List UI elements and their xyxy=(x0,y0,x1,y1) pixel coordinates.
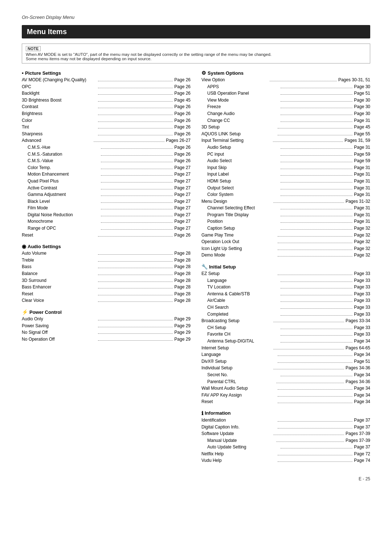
item-page: Page 33 xyxy=(354,277,370,284)
item-page: Page 31 xyxy=(354,144,370,151)
item-dots xyxy=(278,451,352,455)
item-dots xyxy=(281,225,352,230)
menu-item: Vudu HelpPage 74 xyxy=(201,457,370,464)
item-label: AQUOS LINK Setup xyxy=(201,131,276,138)
menu-item: FAV APP Key AssignPage 34 xyxy=(201,392,370,399)
item-dots xyxy=(98,316,173,320)
item-dots xyxy=(98,117,173,122)
item-label: Vudu Help xyxy=(201,457,276,464)
menu-item: TV LocationPage 33 xyxy=(201,284,370,291)
menu-item: DivX® SetupPage 51 xyxy=(201,358,370,365)
item-dots xyxy=(278,385,352,390)
menu-item: Air/CablePage 33 xyxy=(201,297,370,304)
item-page: Page 28 xyxy=(174,263,191,270)
menu-item: Software UpdatePages 37-39 xyxy=(201,430,370,437)
item-page: Page 29 xyxy=(174,323,191,329)
item-dots xyxy=(281,151,352,156)
item-page: Page 33 xyxy=(354,270,370,277)
group-title-picture-settings: ▪Picture Settings xyxy=(22,70,191,76)
item-label: Monochrome xyxy=(28,218,99,225)
item-dots xyxy=(273,137,343,142)
item-page: Page 26 xyxy=(174,124,191,131)
menu-group-information: ℹInformationIdentificationPage 37Digital… xyxy=(201,410,370,464)
item-label: DivX® Setup xyxy=(201,358,276,365)
item-dots xyxy=(278,238,352,243)
item-label: HDMI Setup xyxy=(207,178,279,185)
picture-settings-icon: ▪ xyxy=(22,70,24,76)
item-page: Page 33 xyxy=(354,311,370,318)
item-dots xyxy=(94,137,164,142)
item-label: Auto Volume xyxy=(22,250,97,257)
item-label: Wall Mount Audio Setup xyxy=(201,385,276,392)
menu-item: ResetPage 26 xyxy=(22,232,191,239)
item-page: Page 33 xyxy=(354,331,370,338)
item-label: Language xyxy=(207,277,279,284)
item-page: Page 31 xyxy=(354,185,370,192)
item-dots xyxy=(281,212,352,216)
menu-item: Audio SelectPage 59 xyxy=(201,157,370,164)
item-label: EZ Setup xyxy=(201,270,276,277)
item-dots xyxy=(270,77,336,81)
menu-item: TintPage 26 xyxy=(22,124,191,131)
item-page: Page 31 xyxy=(354,205,370,212)
item-page: Page 31 xyxy=(354,178,370,185)
item-page: Page 31 xyxy=(354,164,370,171)
menu-item: Secret No.Page 34 xyxy=(201,372,370,378)
section-title: On-Screen Display Menu xyxy=(22,15,370,20)
item-dots xyxy=(273,198,344,203)
item-dots xyxy=(281,103,352,108)
item-label: Icon Light Up Setting xyxy=(201,245,276,252)
item-label: View Option xyxy=(201,77,268,83)
item-dots xyxy=(278,424,352,428)
group-title-power-control: ⚡Power Control xyxy=(22,309,191,315)
menu-item: Change AudioPage 30 xyxy=(201,110,370,117)
item-label: Input Terminal Setting xyxy=(201,137,271,144)
menu-item: C.M.S.-ValuePage 26 xyxy=(22,157,191,164)
item-dots xyxy=(273,345,344,349)
main-content: ▪Picture SettingsAV MODE (Changing Pic.Q… xyxy=(22,70,370,469)
item-page: Page 34 xyxy=(354,385,370,392)
item-page: Page 26 xyxy=(174,83,191,90)
information-icon: ℹ xyxy=(201,410,203,416)
item-label: C.M.S.-Saturation xyxy=(28,151,99,158)
menu-item: ResetPage 28 xyxy=(22,291,191,297)
item-page: Page 28 xyxy=(174,257,191,264)
item-page: Page 31 xyxy=(354,117,370,124)
menu-item: OPCPage 26 xyxy=(22,83,191,90)
menu-item: No Operation OffPage 29 xyxy=(22,336,191,343)
item-dots xyxy=(278,232,352,237)
menu-item: Icon Light Up SettingPage 32 xyxy=(201,245,370,252)
item-page: Page 26 xyxy=(174,144,191,151)
item-label: Bass xyxy=(22,263,97,270)
group-title-text: Information xyxy=(205,410,231,416)
item-dots xyxy=(281,90,352,95)
item-label: CH Search xyxy=(207,304,279,311)
menu-item: C.M.S.-SaturationPage 26 xyxy=(22,151,191,158)
item-dots xyxy=(101,191,173,196)
item-dots xyxy=(281,97,352,102)
menu-item: BalancePage 28 xyxy=(22,270,191,277)
item-page: Page 32 xyxy=(354,252,370,259)
item-dots xyxy=(281,311,352,316)
item-label: Program Title Display xyxy=(207,212,279,218)
menu-item: ResetPage 34 xyxy=(201,398,370,405)
item-dots xyxy=(278,245,352,250)
item-label: Audio Select xyxy=(207,157,279,164)
item-dots xyxy=(98,257,173,262)
menu-item: Film ModePage 27 xyxy=(22,205,191,212)
menu-group-initial-setup: 🔧Initial SetupEZ SetupPage 33LanguagePag… xyxy=(201,264,370,405)
item-page: Page 28 xyxy=(174,250,191,257)
menu-item: Manual UpdatePages 37-39 xyxy=(201,437,370,444)
item-page: Page 51 xyxy=(354,358,370,365)
note-line-1: When AV MODE is set to "AUTO", part of t… xyxy=(26,52,366,57)
item-dots xyxy=(281,297,352,302)
item-label: Reset xyxy=(22,232,97,239)
item-page: Page 32 xyxy=(354,245,370,252)
item-page: Page 72 xyxy=(354,451,370,457)
item-label: Language xyxy=(201,351,276,358)
item-dots xyxy=(101,218,173,223)
item-page: Page 27 xyxy=(174,225,191,232)
item-dots xyxy=(98,291,173,295)
item-dots xyxy=(281,191,352,196)
group-title-system-options: ⚙System Options xyxy=(201,70,370,76)
